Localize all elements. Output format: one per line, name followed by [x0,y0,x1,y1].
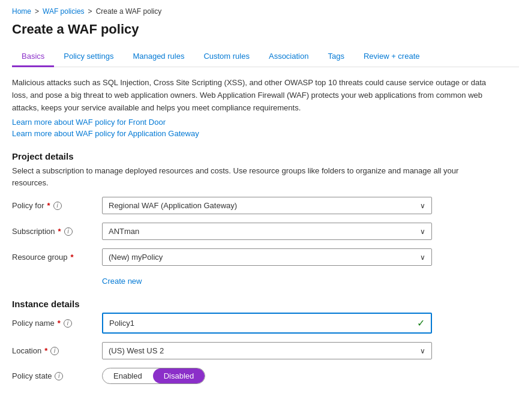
link-app-gateway[interactable]: Learn more about WAF policy for Applicat… [12,129,519,138]
policy-for-dropdown[interactable]: Regional WAF (Application Gateway) ∨ [102,197,432,214]
policy-for-chevron: ∨ [420,202,425,210]
breadcrumb-home[interactable]: Home [12,7,31,16]
tab-tags[interactable]: Tags [318,47,353,67]
basics-description: Malicious attacks such as SQL Injection,… [12,77,492,114]
subscription-row: Subscription * i ANTman ∨ [12,223,519,240]
policy-name-label: Policy name * i [12,319,102,328]
page-title: Create a WAF policy [12,22,519,37]
location-required: * [44,346,47,355]
location-chevron: ∨ [420,347,425,355]
tabs-bar: Basics Policy settings Managed rules Cus… [12,47,519,67]
policy-state-control: Enabled Disabled [102,368,432,384]
policy-for-label: Policy for * i [12,201,102,210]
project-details-description: Select a subscription to manage deployed… [12,165,492,188]
instance-details-title: Instance details [12,299,519,309]
policy-name-info-icon[interactable]: i [64,319,72,328]
resource-group-row: Resource group * (New) myPolicy ∨ [12,248,519,266]
location-control: (US) West US 2 ∨ [102,342,432,359]
resource-group-dropdown[interactable]: (New) myPolicy ∨ [102,248,432,266]
breadcrumb-waf[interactable]: WAF policies [43,7,85,16]
subscription-required: * [58,227,61,236]
breadcrumb-sep1: > [35,7,39,16]
policy-name-input[interactable] [109,319,413,328]
subscription-dropdown[interactable]: ANTman ∨ [102,223,432,240]
policy-state-info-icon[interactable]: i [55,372,63,380]
policy-name-row: Policy name * i ✓ [12,313,519,334]
policy-name-input-wrapper: ✓ [102,313,432,334]
tab-review-create[interactable]: Review + create [354,47,430,67]
tab-policy-settings[interactable]: Policy settings [54,47,123,67]
link-front-door[interactable]: Learn more about WAF policy for Front Do… [12,118,519,127]
breadcrumb: Home > WAF policies > Create a WAF polic… [12,7,519,16]
location-dropdown[interactable]: (US) West US 2 ∨ [102,342,432,359]
breadcrumb-current: Create a WAF policy [96,7,162,16]
policy-state-enabled-btn[interactable]: Enabled [103,368,153,383]
location-row: Location * i (US) West US 2 ∨ [12,342,519,359]
policy-for-control: Regional WAF (Application Gateway) ∨ [102,197,432,214]
tab-basics[interactable]: Basics [12,47,54,67]
location-label: Location * i [12,346,102,355]
create-new-link[interactable]: Create new [102,277,142,286]
subscription-label: Subscription * i [12,227,102,236]
policy-for-row: Policy for * i Regional WAF (Application… [12,197,519,214]
project-details-title: Project details [12,151,519,161]
tab-association[interactable]: Association [259,47,318,67]
resource-group-required: * [71,253,74,262]
breadcrumb-sep2: > [88,7,92,16]
policy-name-required: * [58,319,61,328]
subscription-control: ANTman ∨ [102,223,432,240]
policy-state-toggle: Enabled Disabled [102,368,205,384]
location-info-icon[interactable]: i [50,347,59,355]
subscription-value: ANTman [109,227,139,236]
policy-for-value: Regional WAF (Application Gateway) [109,201,237,210]
policy-state-row: Policy state i Enabled Disabled [12,368,519,384]
tab-managed-rules[interactable]: Managed rules [123,47,194,67]
subscription-info-icon[interactable]: i [64,227,73,236]
policy-for-info-icon[interactable]: i [53,202,62,210]
resource-group-value: (New) myPolicy [109,253,163,262]
subscription-chevron: ∨ [420,227,425,236]
resource-group-chevron: ∨ [420,253,425,262]
resource-group-control: (New) myPolicy ∨ [102,248,432,266]
policy-state-disabled-btn[interactable]: Disabled [153,368,205,383]
location-value: (US) West US 2 [109,346,164,355]
policy-name-control: ✓ [102,313,432,334]
tab-custom-rules[interactable]: Custom rules [194,47,259,67]
policy-for-required: * [47,201,50,210]
policy-state-label: Policy state i [12,371,102,380]
resource-group-label: Resource group * [12,253,102,262]
policy-name-check-icon: ✓ [417,317,425,329]
